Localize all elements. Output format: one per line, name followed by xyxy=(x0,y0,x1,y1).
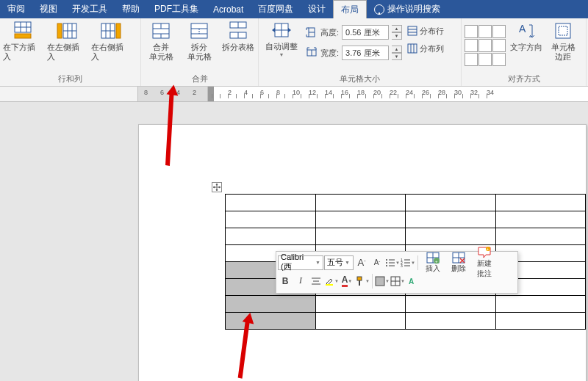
cell-margins-button[interactable]: 单元格 边距 xyxy=(547,21,579,62)
highlight-button[interactable]: ▼ xyxy=(324,274,339,289)
height-input[interactable]: 0.56 厘米 xyxy=(342,25,389,40)
autofit-button[interactable]: 自动调整 ▼ xyxy=(262,21,301,57)
ribbon: 在下方插入 在左侧插入 在右侧插入 行和列 合并 单元格 拆分 单元格 xyxy=(0,18,588,87)
insert-button[interactable]: + 插入 xyxy=(420,252,445,274)
tab-dev[interactable]: 开发工具 xyxy=(65,0,115,18)
align-center-button[interactable] xyxy=(309,274,323,289)
align-tl[interactable] xyxy=(465,25,478,38)
borders-button[interactable]: ▼ xyxy=(390,274,405,289)
shrink-font-button[interactable]: Aˇ xyxy=(370,255,384,270)
width-up[interactable]: ▲ xyxy=(392,46,402,53)
ruler: 8642246810121416182022242628303234 xyxy=(0,87,588,102)
distribute-rows-icon xyxy=(406,25,418,37)
distribute-rows-button[interactable]: 分布行 xyxy=(406,25,444,37)
margins-l1: 单元格 xyxy=(551,43,576,52)
merge-cells-button[interactable]: 合并 单元格 xyxy=(144,21,178,62)
tab-help[interactable]: 帮助 xyxy=(115,0,147,18)
insert-left-icon xyxy=(56,21,78,41)
italic-button[interactable]: I xyxy=(293,274,308,289)
width-label: 宽度: xyxy=(320,48,339,59)
align-mc[interactable] xyxy=(478,39,492,52)
fontsize-combo[interactable]: 五号▼ xyxy=(324,255,354,270)
insert-left-button[interactable]: 在左侧插入 xyxy=(47,21,87,62)
height-up[interactable]: ▲ xyxy=(392,25,402,32)
svg-rect-42 xyxy=(556,23,570,38)
tab-baidu[interactable]: 百度网盘 xyxy=(251,0,301,18)
width-input[interactable]: 3.76 厘米 xyxy=(342,46,389,60)
align-bc[interactable] xyxy=(478,53,492,66)
table-row[interactable] xyxy=(226,195,586,211)
numbering-icon: 123 xyxy=(401,258,411,268)
split-cells-l2: 单元格 xyxy=(187,52,212,62)
delete-button[interactable]: 删除 xyxy=(446,252,471,274)
ruler-main[interactable]: 8642246810121416182022242628303234 xyxy=(138,87,588,101)
svg-text:3: 3 xyxy=(401,264,403,268)
table-move-handle[interactable] xyxy=(212,182,222,192)
format-painter-button[interactable]: ▼ xyxy=(355,274,370,289)
svg-point-44 xyxy=(386,259,387,261)
tellme-label: 操作说明搜索 xyxy=(387,3,440,15)
split-cells-icon xyxy=(188,21,210,41)
svg-point-46 xyxy=(386,262,387,264)
align-center-icon xyxy=(311,276,321,286)
grow-font-button[interactable]: Aˆ xyxy=(354,255,369,270)
align-tr[interactable] xyxy=(492,25,506,38)
group-merge: 合并 单元格 拆分 单元格 拆分表格 合并 xyxy=(141,18,259,86)
tab-acrobat[interactable]: Acrobat xyxy=(206,0,251,18)
move-icon xyxy=(213,184,220,191)
tab-design[interactable]: 设计 xyxy=(301,0,333,18)
insert-table-icon: + xyxy=(426,252,440,264)
insert-below-label: 在下方插入 xyxy=(3,43,43,62)
text-direction-button[interactable]: A 文字方向 xyxy=(510,21,542,52)
align-mr[interactable] xyxy=(492,39,506,52)
table-row[interactable] xyxy=(226,211,586,228)
row-height-row: 高度: 0.56 厘米 ▲▼ xyxy=(306,25,402,40)
font-color-button[interactable]: A▼ xyxy=(340,274,354,289)
table-row[interactable] xyxy=(226,313,586,330)
comment-icon: + xyxy=(478,247,491,258)
insert-below-button[interactable]: 在下方插入 xyxy=(3,21,43,62)
dist-rows-label: 分布行 xyxy=(420,26,444,37)
split-table-button[interactable]: 拆分表格 xyxy=(221,21,255,52)
tab-tellme[interactable]: 操作说明搜索 xyxy=(367,0,448,18)
height-down[interactable]: ▼ xyxy=(392,32,402,40)
group-rows-cols-label: 行和列 xyxy=(3,72,137,86)
bullets-button[interactable]: ▼ xyxy=(385,255,400,270)
styles-button[interactable]: A xyxy=(406,274,420,289)
height-value: 0.56 厘米 xyxy=(345,27,379,38)
align-br[interactable] xyxy=(492,53,506,66)
numbering-button[interactable]: 123▼ xyxy=(401,255,415,270)
chevron-down-icon: ▼ xyxy=(345,260,350,265)
width-down[interactable]: ▼ xyxy=(392,53,402,60)
split-table-label: 拆分表格 xyxy=(222,43,254,52)
delete-table-icon xyxy=(452,252,465,264)
document-area xyxy=(0,102,588,381)
merge-cells-icon xyxy=(150,21,172,41)
distribute-cols-button[interactable]: 分布列 xyxy=(406,43,444,54)
tab-review[interactable]: 审阅 xyxy=(0,0,32,18)
annotation-arrow-1 xyxy=(153,84,182,175)
svg-rect-9 xyxy=(57,23,62,38)
shading-icon xyxy=(375,276,385,286)
tab-view[interactable]: 视图 xyxy=(32,0,65,18)
insert-right-button[interactable]: 在右侧插入 xyxy=(91,21,131,62)
split-cells-button[interactable]: 拆分 单元格 xyxy=(182,21,216,62)
bold-button[interactable]: B xyxy=(278,274,293,289)
table-row[interactable] xyxy=(226,296,586,313)
align-bl[interactable] xyxy=(465,53,478,66)
align-ml[interactable] xyxy=(465,39,478,52)
table-row[interactable] xyxy=(226,228,586,245)
group-align: A 文字方向 单元格 边距 对齐方式 xyxy=(462,18,587,86)
tab-pdf[interactable]: PDF工具集 xyxy=(147,0,206,18)
distribute-cols-icon xyxy=(406,43,418,54)
lightbulb-icon xyxy=(374,4,384,15)
svg-rect-35 xyxy=(408,26,417,35)
tab-layout[interactable]: 布局 xyxy=(333,0,367,18)
shading-button[interactable]: ▼ xyxy=(375,274,390,289)
text-dir-label: 文字方向 xyxy=(510,43,542,52)
font-combo[interactable]: Calibri (西▼ xyxy=(278,255,323,270)
align-tc[interactable] xyxy=(478,25,492,38)
font-value: Calibri (西 xyxy=(281,253,314,272)
insert-right-icon xyxy=(100,21,122,41)
split-cells-l1: 拆分 xyxy=(191,43,207,52)
